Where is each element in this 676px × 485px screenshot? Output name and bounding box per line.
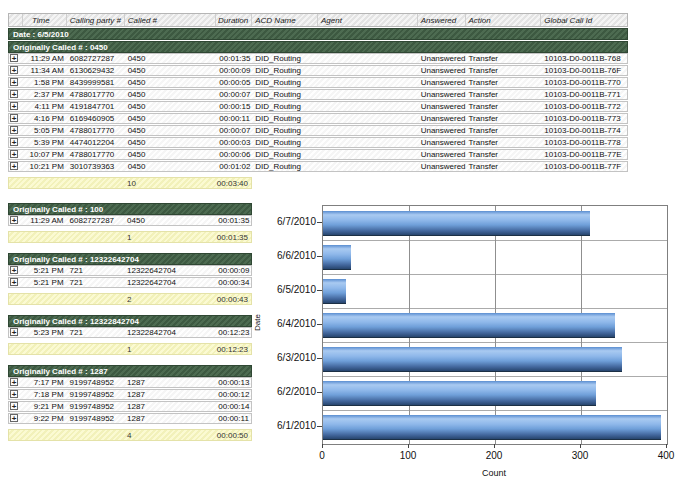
cell-global-call-id: 10103-D0-0011B-76F (541, 66, 627, 75)
cell-called: 1287 (124, 390, 215, 399)
cell-answered: Unanswered (418, 66, 466, 75)
table-row[interactable]: +9:22 PM9199748952128700:00:11 (8, 413, 252, 424)
cell-acd-name: DID_Routing (252, 126, 318, 135)
x-tick-mark (666, 444, 667, 448)
x-tick-label: 0 (300, 450, 344, 461)
cell-global-call-id: 10103-D0-0011B-774 (541, 126, 627, 135)
y-tick-mark (317, 358, 322, 359)
summary-call-count: 2 (127, 295, 131, 304)
column-header-global-call-id[interactable]: Global Call Id (541, 14, 627, 26)
cell-action: Transfer (466, 102, 542, 111)
cell-action: Transfer (466, 138, 542, 147)
bar-6/2/2010 (323, 381, 596, 406)
expand-cell: + (9, 414, 23, 423)
table-row[interactable]: +4:16 PM6169460905045000:00:11DID_Routin… (8, 113, 628, 124)
cell-answered: Unanswered (418, 78, 466, 87)
column-header-called[interactable]: Called # (125, 14, 217, 26)
column-header-acd-name[interactable]: ACD Name (252, 14, 318, 26)
table-row[interactable]: +9:21 PM9199748952128700:00:14 (8, 401, 252, 412)
cell-calling-party: 4788017770 (67, 150, 125, 159)
expand-row-button[interactable]: + (10, 102, 18, 110)
cell-duration: 00:00:07 (216, 90, 252, 99)
expand-row-button[interactable]: + (10, 216, 18, 224)
expand-row-button[interactable]: + (10, 328, 18, 336)
cell-time: 2:37 PM (23, 90, 67, 99)
table-row[interactable]: +5:23 PM7211232284270400:12:23 (8, 327, 252, 338)
expand-row-button[interactable]: + (10, 278, 18, 286)
cell-duration: 00:00:03 (216, 138, 252, 147)
column-header-expand[interactable] (9, 14, 23, 26)
x-tick-label: 400 (644, 450, 676, 461)
table-row[interactable]: +10:07 PM4788017770045000:00:06DID_Routi… (8, 149, 628, 160)
originally-called-group-header[interactable]: Originally Called # : 0450 (8, 41, 628, 53)
originally-called-group-header[interactable]: Originally Called # : 1287 (8, 365, 252, 377)
summary-total-duration: 00:01:35 (217, 233, 248, 242)
bar-6/4/2010 (323, 313, 615, 338)
table-row[interactable]: +5:39 PM4474012204045000:00:03DID_Routin… (8, 137, 628, 148)
cell-global-call-id: 10103-D0-0011B-772 (541, 102, 627, 111)
table-row[interactable]: +5:21 PM7211232264270400:00:34 (8, 277, 252, 288)
expand-row-button[interactable]: + (10, 138, 18, 146)
expand-row-button[interactable]: + (10, 162, 18, 170)
cell-acd-name: DID_Routing (252, 138, 318, 147)
expand-row-button[interactable]: + (10, 66, 18, 74)
expand-cell: + (9, 402, 23, 411)
table-row[interactable]: +1:58 PM8439999581045000:00:05DID_Routin… (8, 77, 628, 88)
expand-row-button[interactable]: + (10, 402, 18, 410)
originally-called-group-header[interactable]: Originally Called # : 12322642704 (8, 253, 252, 265)
table-row[interactable]: +11:29 AM6082727287045000:01:35DID_Routi… (8, 53, 628, 64)
expand-row-button[interactable]: + (10, 378, 18, 386)
cell-calling-party: 4788017770 (67, 90, 125, 99)
cell-global-call-id: 10103-D0-0011B-77E (541, 150, 627, 159)
table-row[interactable]: +11:34 AM6130629432045000:00:09DID_Routi… (8, 65, 628, 76)
cell-global-call-id: 10103-D0-0011B-77F (541, 162, 627, 171)
column-header-duration[interactable]: Duration (216, 14, 252, 26)
cell-time: 4:11 PM (23, 102, 67, 111)
expand-row-button[interactable]: + (10, 266, 18, 274)
cell-called: 1287 (124, 378, 215, 387)
table-row[interactable]: +2:37 PM4788017770045000:00:07DID_Routin… (8, 89, 628, 100)
table-row[interactable]: +7:17 PM9199748952128700:00:13 (8, 377, 252, 388)
column-header-action[interactable]: Action (466, 14, 542, 26)
cell-action: Transfer (466, 66, 542, 75)
cell-calling-party: 9199748952 (67, 378, 125, 387)
originally-called-group-header[interactable]: Originally Called # : 100 (8, 203, 252, 215)
column-header-agent[interactable]: Agent (318, 14, 418, 26)
table-row[interactable]: +5:05 PM4788017770045000:00:07DID_Routin… (8, 125, 628, 136)
cell-duration: 00:00:13 (215, 378, 251, 387)
cell-acd-name: DID_Routing (252, 78, 318, 87)
expand-row-button[interactable]: + (10, 390, 18, 398)
cell-calling-party: 9199748952 (67, 414, 125, 423)
expand-row-button[interactable]: + (10, 126, 18, 134)
expand-cell: + (9, 102, 23, 111)
cell-answered: Unanswered (418, 126, 466, 135)
expand-row-button[interactable]: + (10, 114, 18, 122)
y-tick-label: 6/7/2010 (256, 216, 316, 227)
column-header-answered[interactable]: Answered (418, 14, 466, 26)
date-group-header[interactable]: Date : 6/5/2010 (8, 28, 628, 40)
originally-called-group-header[interactable]: Originally Called # : 12322842704 (8, 315, 252, 327)
x-tick-mark (580, 444, 581, 448)
table-row[interactable]: +4:11 PM4191847701045000:00:15DID_Routin… (8, 101, 628, 112)
cell-called: 0450 (125, 162, 217, 171)
cell-time: 10:07 PM (23, 150, 67, 159)
cell-duration: 00:00:05 (216, 78, 252, 87)
expand-row-button[interactable]: + (10, 150, 18, 158)
table-row[interactable]: +7:18 PM9199748952128700:00:12 (8, 389, 252, 400)
table-row[interactable]: +10:21 PM3010739363045000:01:02DID_Routi… (8, 161, 628, 172)
expand-row-button[interactable]: + (10, 90, 18, 98)
column-header-calling-party[interactable]: Calling party # (67, 14, 125, 26)
expand-row-button[interactable]: + (10, 54, 18, 62)
y-tick-label: 6/4/2010 (256, 318, 316, 329)
cell-answered: Unanswered (418, 114, 466, 123)
table-row[interactable]: +11:29 AM6082727287045000:01:35 (8, 215, 252, 226)
cell-action: Transfer (466, 114, 542, 123)
table-row[interactable]: +5:21 PM7211232264270400:00:09 (8, 265, 252, 276)
expand-cell: + (9, 328, 23, 337)
cell-time: 7:17 PM (23, 378, 67, 387)
cell-calling-party: 721 (67, 328, 125, 337)
cell-acd-name: DID_Routing (252, 114, 318, 123)
expand-row-button[interactable]: + (10, 414, 18, 422)
column-header-time[interactable]: Time (23, 14, 67, 26)
expand-row-button[interactable]: + (10, 78, 18, 86)
